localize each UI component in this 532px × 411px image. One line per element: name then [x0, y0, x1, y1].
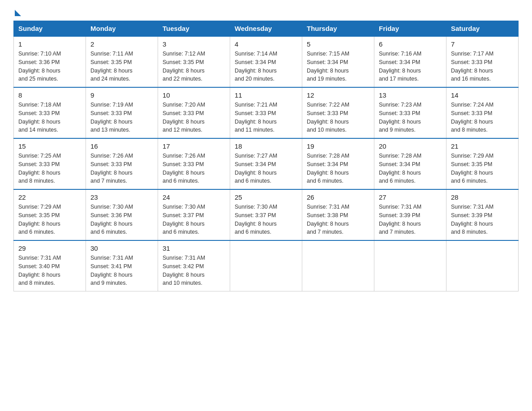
- calendar-cell: 14 Sunrise: 7:24 AMSunset: 3:33 PMDaylig…: [446, 87, 519, 138]
- day-number: 20: [379, 142, 442, 150]
- day-info: Sunrise: 7:14 AMSunset: 3:34 PMDaylight:…: [235, 50, 297, 83]
- calendar-cell: 26 Sunrise: 7:31 AMSunset: 3:38 PMDaylig…: [302, 189, 374, 240]
- day-info: Sunrise: 7:30 AMSunset: 3:37 PMDaylight:…: [163, 203, 225, 236]
- day-info: Sunrise: 7:31 AMSunset: 3:39 PMDaylight:…: [379, 203, 442, 236]
- day-info: Sunrise: 7:22 AMSunset: 3:33 PMDaylight:…: [307, 101, 369, 134]
- col-header-thursday: Thursday: [302, 21, 374, 37]
- day-number: 5: [307, 40, 369, 48]
- day-info: Sunrise: 7:19 AMSunset: 3:33 PMDaylight:…: [90, 101, 153, 134]
- page-header: [13, 9, 519, 13]
- calendar-cell: 4 Sunrise: 7:14 AMSunset: 3:34 PMDayligh…: [230, 36, 302, 87]
- calendar-week-2: 8 Sunrise: 7:18 AMSunset: 3:33 PMDayligh…: [14, 87, 519, 138]
- day-info: Sunrise: 7:25 AMSunset: 3:33 PMDaylight:…: [18, 152, 81, 185]
- calendar-cell: 19 Sunrise: 7:28 AMSunset: 3:34 PMDaylig…: [302, 138, 374, 189]
- day-number: 14: [451, 91, 514, 99]
- calendar-cell: 29 Sunrise: 7:31 AMSunset: 3:40 PMDaylig…: [14, 240, 86, 291]
- calendar-cell: 10 Sunrise: 7:20 AMSunset: 3:33 PMDaylig…: [158, 87, 230, 138]
- day-number: 16: [90, 142, 153, 150]
- day-number: 10: [163, 91, 225, 99]
- calendar-cell: 15 Sunrise: 7:25 AMSunset: 3:33 PMDaylig…: [14, 138, 86, 189]
- day-info: Sunrise: 7:30 AMSunset: 3:37 PMDaylight:…: [235, 203, 297, 236]
- day-number: 9: [90, 91, 153, 99]
- day-info: Sunrise: 7:21 AMSunset: 3:33 PMDaylight:…: [235, 101, 297, 134]
- calendar-cell: 17 Sunrise: 7:26 AMSunset: 3:33 PMDaylig…: [158, 138, 230, 189]
- calendar-cell: 7 Sunrise: 7:17 AMSunset: 3:33 PMDayligh…: [446, 36, 519, 87]
- calendar-cell: 3 Sunrise: 7:12 AMSunset: 3:35 PMDayligh…: [158, 36, 230, 87]
- day-info: Sunrise: 7:31 AMSunset: 3:41 PMDaylight:…: [90, 254, 153, 287]
- day-info: Sunrise: 7:20 AMSunset: 3:33 PMDaylight:…: [163, 101, 225, 134]
- calendar-cell: 24 Sunrise: 7:30 AMSunset: 3:37 PMDaylig…: [158, 189, 230, 240]
- day-number: 25: [235, 193, 297, 201]
- day-number: 19: [307, 142, 369, 150]
- calendar-cell: 30 Sunrise: 7:31 AMSunset: 3:41 PMDaylig…: [86, 240, 158, 291]
- calendar-cell: 5 Sunrise: 7:15 AMSunset: 3:34 PMDayligh…: [302, 36, 374, 87]
- day-number: 12: [307, 91, 369, 99]
- calendar-cell: 18 Sunrise: 7:27 AMSunset: 3:34 PMDaylig…: [230, 138, 302, 189]
- day-info: Sunrise: 7:12 AMSunset: 3:35 PMDaylight:…: [163, 50, 225, 83]
- col-header-sunday: Sunday: [14, 21, 86, 37]
- day-number: 6: [379, 40, 442, 48]
- day-number: 17: [163, 142, 225, 150]
- day-info: Sunrise: 7:23 AMSunset: 3:33 PMDaylight:…: [379, 101, 442, 134]
- day-info: Sunrise: 7:28 AMSunset: 3:34 PMDaylight:…: [379, 152, 442, 185]
- day-number: 8: [18, 91, 81, 99]
- calendar-cell: 2 Sunrise: 7:11 AMSunset: 3:35 PMDayligh…: [86, 36, 158, 87]
- day-number: 15: [18, 142, 81, 150]
- day-number: 31: [163, 244, 225, 252]
- calendar-cell: 1 Sunrise: 7:10 AMSunset: 3:36 PMDayligh…: [14, 36, 86, 87]
- calendar-body: 1 Sunrise: 7:10 AMSunset: 3:36 PMDayligh…: [14, 36, 519, 291]
- day-info: Sunrise: 7:18 AMSunset: 3:33 PMDaylight:…: [18, 101, 81, 134]
- calendar-cell: 27 Sunrise: 7:31 AMSunset: 3:39 PMDaylig…: [374, 189, 446, 240]
- day-info: Sunrise: 7:27 AMSunset: 3:34 PMDaylight:…: [235, 152, 297, 185]
- calendar-header: SundayMondayTuesdayWednesdayThursdayFrid…: [14, 21, 519, 37]
- calendar-cell: 22 Sunrise: 7:29 AMSunset: 3:35 PMDaylig…: [14, 189, 86, 240]
- calendar-week-1: 1 Sunrise: 7:10 AMSunset: 3:36 PMDayligh…: [14, 36, 519, 87]
- day-number: 3: [163, 40, 225, 48]
- calendar-cell: 28 Sunrise: 7:31 AMSunset: 3:39 PMDaylig…: [446, 189, 519, 240]
- day-number: 13: [379, 91, 442, 99]
- calendar-cell: 21 Sunrise: 7:29 AMSunset: 3:35 PMDaylig…: [446, 138, 519, 189]
- day-info: Sunrise: 7:16 AMSunset: 3:34 PMDaylight:…: [379, 50, 442, 83]
- logo-arrow-icon: [15, 10, 21, 16]
- day-info: Sunrise: 7:10 AMSunset: 3:36 PMDaylight:…: [18, 50, 81, 83]
- day-number: 1: [18, 40, 81, 48]
- day-info: Sunrise: 7:17 AMSunset: 3:33 PMDaylight:…: [451, 50, 514, 83]
- header-row: SundayMondayTuesdayWednesdayThursdayFrid…: [14, 21, 519, 37]
- day-info: Sunrise: 7:26 AMSunset: 3:33 PMDaylight:…: [163, 152, 225, 185]
- day-number: 23: [90, 193, 153, 201]
- day-number: 22: [18, 193, 81, 201]
- day-info: Sunrise: 7:26 AMSunset: 3:33 PMDaylight:…: [90, 152, 153, 185]
- day-info: Sunrise: 7:31 AMSunset: 3:40 PMDaylight:…: [18, 254, 81, 287]
- col-header-wednesday: Wednesday: [230, 21, 302, 37]
- calendar-cell: [230, 240, 302, 291]
- day-info: Sunrise: 7:31 AMSunset: 3:38 PMDaylight:…: [307, 203, 369, 236]
- calendar-cell: 9 Sunrise: 7:19 AMSunset: 3:33 PMDayligh…: [86, 87, 158, 138]
- day-info: Sunrise: 7:11 AMSunset: 3:35 PMDaylight:…: [90, 50, 153, 83]
- day-info: Sunrise: 7:24 AMSunset: 3:33 PMDaylight:…: [451, 101, 514, 134]
- col-header-monday: Monday: [86, 21, 158, 37]
- day-info: Sunrise: 7:31 AMSunset: 3:39 PMDaylight:…: [451, 203, 514, 236]
- day-info: Sunrise: 7:30 AMSunset: 3:36 PMDaylight:…: [90, 203, 153, 236]
- calendar-cell: 23 Sunrise: 7:30 AMSunset: 3:36 PMDaylig…: [86, 189, 158, 240]
- day-number: 2: [90, 40, 153, 48]
- calendar-cell: 31 Sunrise: 7:31 AMSunset: 3:42 PMDaylig…: [158, 240, 230, 291]
- col-header-friday: Friday: [374, 21, 446, 37]
- calendar-cell: 16 Sunrise: 7:26 AMSunset: 3:33 PMDaylig…: [86, 138, 158, 189]
- day-number: 27: [379, 193, 442, 201]
- calendar-week-4: 22 Sunrise: 7:29 AMSunset: 3:35 PMDaylig…: [14, 189, 519, 240]
- day-number: 28: [451, 193, 514, 201]
- calendar-cell: 8 Sunrise: 7:18 AMSunset: 3:33 PMDayligh…: [14, 87, 86, 138]
- calendar-cell: [302, 240, 374, 291]
- day-number: 21: [451, 142, 514, 150]
- day-number: 11: [235, 91, 297, 99]
- calendar-cell: 11 Sunrise: 7:21 AMSunset: 3:33 PMDaylig…: [230, 87, 302, 138]
- calendar-week-3: 15 Sunrise: 7:25 AMSunset: 3:33 PMDaylig…: [14, 138, 519, 189]
- day-info: Sunrise: 7:15 AMSunset: 3:34 PMDaylight:…: [307, 50, 369, 83]
- calendar-cell: 6 Sunrise: 7:16 AMSunset: 3:34 PMDayligh…: [374, 36, 446, 87]
- day-number: 30: [90, 244, 153, 252]
- day-number: 26: [307, 193, 369, 201]
- calendar-table: SundayMondayTuesdayWednesdayThursdayFrid…: [13, 21, 519, 291]
- day-info: Sunrise: 7:29 AMSunset: 3:35 PMDaylight:…: [451, 152, 514, 185]
- calendar-cell: 12 Sunrise: 7:22 AMSunset: 3:33 PMDaylig…: [302, 87, 374, 138]
- day-info: Sunrise: 7:29 AMSunset: 3:35 PMDaylight:…: [18, 203, 81, 236]
